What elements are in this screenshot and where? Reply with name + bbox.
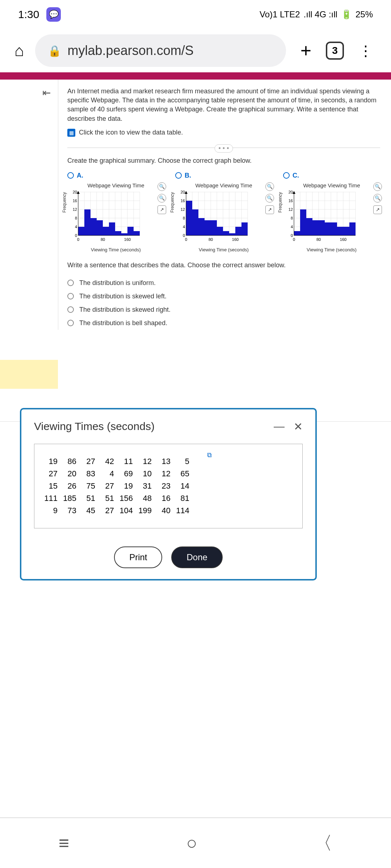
- home-nav-icon[interactable]: ○: [186, 833, 197, 854]
- copy-icon[interactable]: ⧉: [207, 451, 212, 459]
- table-icon: ▦: [67, 129, 75, 137]
- data-cell: 10: [135, 468, 153, 480]
- data-cell: 9: [41, 505, 59, 516]
- svg-rect-67: [217, 227, 223, 235]
- data-cell: 19: [41, 456, 59, 467]
- print-button[interactable]: Print: [114, 546, 162, 568]
- svg-rect-24: [84, 209, 91, 235]
- chart-option-a[interactable]: A. Webpage Viewing Time 🔍 🔍 ↗ Frequency …: [67, 172, 164, 252]
- svg-text:20: 20: [73, 190, 77, 194]
- zoom-out-icon[interactable]: 🔍: [157, 194, 166, 203]
- data-cell: 51: [97, 493, 115, 504]
- svg-rect-108: [337, 227, 343, 235]
- chart-b-title: Webpage Viewing Time: [175, 182, 272, 188]
- notification-badge-icon: 💬: [46, 7, 61, 22]
- tab-switcher[interactable]: 3: [326, 42, 344, 60]
- svg-text:0: 0: [293, 237, 295, 242]
- popout-icon[interactable]: ↗: [157, 205, 166, 214]
- data-cell: 83: [78, 468, 96, 480]
- data-cell: 156: [116, 493, 134, 504]
- svg-rect-104: [312, 220, 319, 235]
- expand-dots-icon[interactable]: • • •: [215, 144, 233, 153]
- data-cell: 65: [172, 468, 190, 480]
- chart-option-b[interactable]: B. Webpage Viewing Time 🔍 🔍 ↗ Frequency …: [175, 172, 272, 252]
- problem-statement: An Internet media and market research fi…: [67, 87, 380, 123]
- svg-rect-103: [306, 218, 312, 235]
- svg-text:4: 4: [291, 225, 293, 229]
- new-tab-icon[interactable]: +: [297, 40, 315, 61]
- data-cell: 23: [154, 480, 172, 492]
- data-cell: 69: [116, 468, 134, 480]
- lock-icon: 🔒: [48, 44, 61, 57]
- radio-c[interactable]: [283, 172, 290, 179]
- data-cell: 4: [97, 468, 115, 480]
- radio-a[interactable]: [67, 172, 74, 179]
- data-cell: 185: [59, 493, 77, 504]
- svg-text:0: 0: [185, 237, 187, 242]
- chart-a: 048121620080160: [67, 190, 151, 244]
- zoom-in-icon[interactable]: 🔍: [157, 182, 166, 191]
- url-bar[interactable]: 🔒 mylab.pearson.com/S: [35, 34, 286, 67]
- answer-skewed-right[interactable]: The distribution is skewed right.: [67, 303, 380, 316]
- recent-apps-icon[interactable]: ≡: [59, 833, 69, 854]
- zoom-in-icon[interactable]: 🔍: [373, 182, 382, 191]
- answer-bell-shaped[interactable]: The distribution is bell shaped.: [67, 316, 380, 330]
- view-data-link[interactable]: ▦ Click the icon to view the data table.: [67, 129, 380, 137]
- minimize-icon[interactable]: —: [274, 420, 285, 433]
- chart-option-c[interactable]: C. Webpage Viewing Time 🔍 🔍 ↗ Frequency …: [283, 172, 380, 252]
- data-cell: 51: [78, 493, 96, 504]
- svg-rect-69: [229, 233, 235, 235]
- chart-c-title: Webpage Viewing Time: [283, 182, 380, 188]
- svg-text:16: 16: [289, 199, 293, 203]
- data-cell: 45: [78, 505, 96, 516]
- svg-text:8: 8: [183, 216, 185, 220]
- svg-rect-109: [343, 227, 349, 235]
- svg-text:160: 160: [124, 237, 131, 242]
- battery-icon: 🔋: [341, 9, 352, 20]
- svg-rect-27: [103, 227, 109, 235]
- svg-marker-74: [185, 191, 188, 194]
- collapse-panel-icon[interactable]: ⇤: [42, 87, 51, 330]
- battery-percent: 25%: [356, 9, 373, 20]
- answer-list: The distribution is uniform. The distrib…: [67, 276, 380, 330]
- modal-title: Viewing Times (seconds): [34, 420, 155, 433]
- svg-rect-71: [241, 222, 248, 235]
- close-icon[interactable]: ✕: [294, 420, 303, 433]
- more-icon[interactable]: ⋮: [355, 42, 377, 59]
- zoom-out-icon[interactable]: 🔍: [373, 194, 382, 203]
- chart-c: 048121620080160: [283, 190, 366, 244]
- svg-rect-102: [300, 209, 306, 235]
- svg-text:80: 80: [101, 237, 105, 242]
- svg-rect-106: [325, 222, 331, 235]
- zoom-out-icon[interactable]: 🔍: [265, 194, 274, 203]
- zoom-in-icon[interactable]: 🔍: [265, 182, 274, 191]
- svg-text:12: 12: [73, 207, 77, 212]
- data-cell: 27: [78, 456, 96, 467]
- svg-text:16: 16: [73, 199, 77, 203]
- data-cell: 19: [116, 480, 134, 492]
- popout-icon[interactable]: ↗: [373, 205, 382, 214]
- popout-icon[interactable]: ↗: [265, 205, 274, 214]
- data-cell: 73: [59, 505, 77, 516]
- answer-skewed-left[interactable]: The distribution is skewed left.: [67, 290, 380, 303]
- data-cell: 199: [135, 505, 153, 516]
- data-cell: 48: [135, 493, 153, 504]
- svg-rect-64: [198, 218, 205, 235]
- svg-text:160: 160: [232, 237, 239, 242]
- data-cell: 15: [41, 480, 59, 492]
- data-cell: 86: [59, 456, 77, 467]
- radio-b[interactable]: [175, 172, 182, 179]
- answer-uniform[interactable]: The distribution is uniform.: [67, 276, 380, 290]
- data-cell: 12: [135, 456, 153, 467]
- svg-text:20: 20: [289, 190, 293, 194]
- data-cell: 12: [154, 468, 172, 480]
- svg-rect-68: [223, 231, 229, 235]
- back-nav-icon[interactable]: 〈: [314, 831, 332, 855]
- svg-text:80: 80: [209, 237, 213, 242]
- svg-text:4: 4: [75, 225, 77, 229]
- done-button[interactable]: Done: [171, 546, 222, 568]
- home-icon[interactable]: ⌂: [14, 42, 24, 60]
- svg-rect-28: [109, 222, 115, 235]
- svg-rect-23: [78, 227, 84, 235]
- svg-rect-107: [331, 222, 337, 235]
